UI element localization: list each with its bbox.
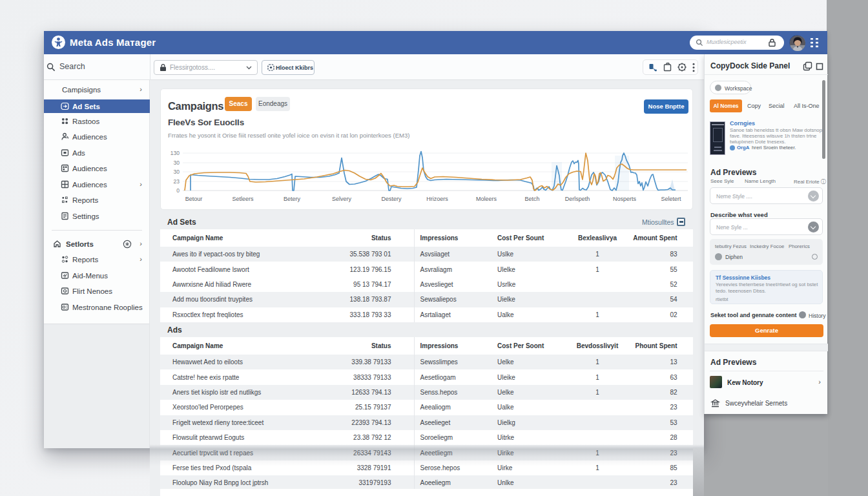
svg-text:Betery: Betery — [284, 196, 301, 202]
svg-text:30: 30 — [174, 160, 180, 166]
svg-text:Selvery: Selvery — [332, 196, 352, 202]
svg-text:Derlspeth: Derlspeth — [565, 196, 590, 202]
svg-text:130: 130 — [170, 150, 180, 156]
svg-text:Destery: Destery — [381, 196, 402, 202]
svg-text:Setleers: Setleers — [232, 196, 254, 202]
svg-text:Nosperts: Nosperts — [613, 196, 637, 202]
svg-text:Seletert: Seletert — [661, 196, 681, 202]
svg-text:Moleers: Moleers — [476, 196, 497, 202]
svg-text:0: 0 — [176, 187, 180, 194]
svg-text:30: 30 — [174, 169, 180, 175]
svg-text:Betch: Betch — [524, 196, 539, 202]
svg-text:Hrizoers: Hrizoers — [426, 196, 448, 202]
svg-text:Betour: Betour — [185, 196, 203, 202]
svg-text:23: 23 — [174, 178, 180, 185]
